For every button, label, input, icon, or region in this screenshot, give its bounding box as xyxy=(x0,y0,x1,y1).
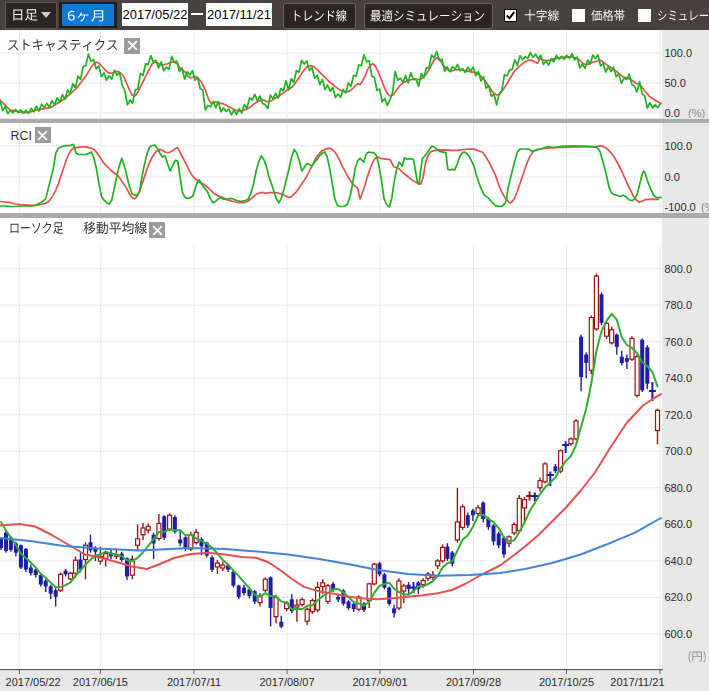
svg-text:660.0: 660.0 xyxy=(665,518,693,530)
svg-text:0.0: 0.0 xyxy=(665,107,680,118)
svg-text:(%): (%) xyxy=(701,201,709,213)
svg-text:2017/10/25: 2017/10/25 xyxy=(539,675,594,687)
svg-text:2017/06/15: 2017/06/15 xyxy=(73,675,128,687)
svg-text:720.0: 720.0 xyxy=(665,408,693,420)
svg-text:740.0: 740.0 xyxy=(665,372,693,384)
svg-text:-100.0: -100.0 xyxy=(665,201,696,213)
svg-text:700.0: 700.0 xyxy=(665,445,693,457)
svg-text:640.0: 640.0 xyxy=(665,554,693,566)
svg-text:800.0: 800.0 xyxy=(665,262,693,274)
svg-text:100.0: 100.0 xyxy=(665,47,693,59)
svg-text:0.0: 0.0 xyxy=(665,171,680,183)
svg-text:760.0: 760.0 xyxy=(665,335,693,347)
svg-text:2017/08/07: 2017/08/07 xyxy=(259,675,314,687)
svg-text:(%): (%) xyxy=(688,107,705,118)
svg-text:2017/09/28: 2017/09/28 xyxy=(446,675,501,687)
svg-text:2017/11/21: 2017/11/21 xyxy=(610,675,664,687)
svg-text:2017/09/01: 2017/09/01 xyxy=(352,675,407,687)
svg-text:620.0: 620.0 xyxy=(665,591,693,603)
svg-text:2017/07/11: 2017/07/11 xyxy=(167,675,221,687)
svg-text:680.0: 680.0 xyxy=(665,481,693,493)
svg-text:100.0: 100.0 xyxy=(665,140,693,152)
svg-text:2017/05/22: 2017/05/22 xyxy=(6,675,61,687)
svg-text:780.0: 780.0 xyxy=(665,299,693,311)
svg-text:600.0: 600.0 xyxy=(665,627,693,639)
svg-text:50.0: 50.0 xyxy=(665,77,686,89)
